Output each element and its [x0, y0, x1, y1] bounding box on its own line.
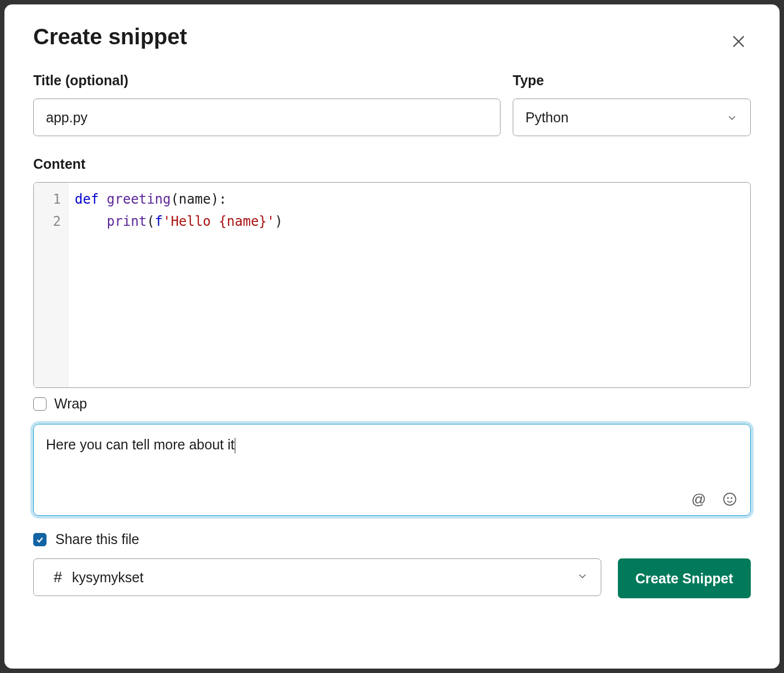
message-box: Here you can tell more about it @: [33, 424, 751, 516]
gutter: 1 2: [34, 183, 68, 387]
type-selected-value: Python: [525, 110, 569, 126]
share-checkbox[interactable]: [33, 533, 47, 546]
code-editor[interactable]: 1 2 def greeting(name): print(f'Hello {n…: [33, 182, 751, 388]
svg-point-3: [728, 498, 728, 498]
channel-select[interactable]: # kysymykset: [33, 558, 601, 596]
code-line: print(f'Hello {name}'): [75, 210, 744, 232]
channel-name: kysymykset: [72, 570, 143, 586]
chevron-down-icon: [576, 570, 589, 586]
wrap-checkbox[interactable]: [33, 397, 47, 411]
line-number: 1: [34, 188, 68, 210]
emoji-icon[interactable]: [721, 491, 738, 508]
mention-icon[interactable]: @: [690, 491, 707, 508]
create-snippet-button[interactable]: Create Snippet: [618, 558, 751, 598]
line-number: 2: [34, 210, 68, 232]
share-label: Share this file: [55, 531, 139, 547]
create-snippet-modal: Create snippet Title (optional) Type Pyt…: [4, 4, 780, 669]
svg-point-2: [724, 493, 736, 505]
code-area[interactable]: def greeting(name): print(f'Hello {name}…: [68, 183, 750, 387]
modal-title: Create snippet: [33, 24, 751, 49]
wrap-label: Wrap: [54, 396, 87, 412]
content-label: Content: [33, 156, 751, 172]
title-input[interactable]: [33, 99, 501, 136]
title-label: Title (optional): [33, 73, 501, 89]
hash-icon: #: [54, 569, 62, 586]
type-select[interactable]: Python: [513, 99, 751, 136]
code-line: def greeting(name):: [75, 188, 744, 210]
text-cursor: [235, 438, 235, 453]
close-button[interactable]: [726, 30, 751, 54]
svg-point-4: [731, 498, 732, 498]
type-label: Type: [513, 73, 751, 89]
chevron-down-icon: [726, 111, 738, 123]
message-input[interactable]: Here you can tell more about it: [34, 424, 750, 515]
close-icon: [731, 34, 746, 51]
